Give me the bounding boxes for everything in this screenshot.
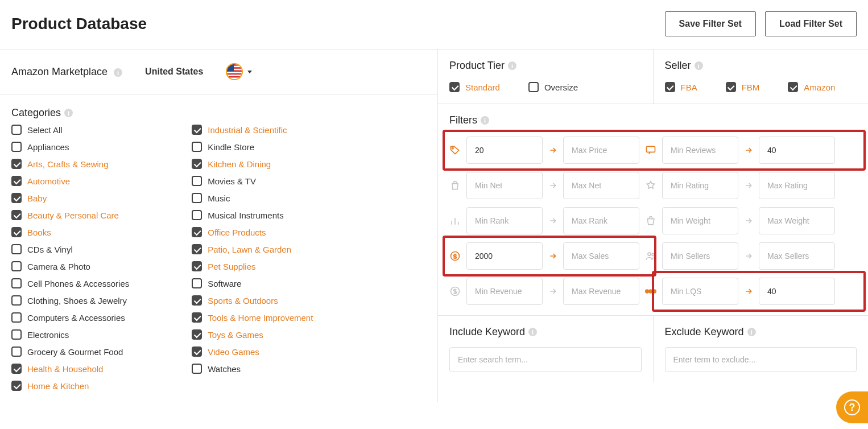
filter-max-input[interactable] — [563, 242, 639, 270]
category-checkbox[interactable]: Pet Supplies — [192, 261, 313, 271]
category-checkbox[interactable]: Music — [192, 193, 313, 203]
category-checkbox[interactable]: FBA — [665, 82, 697, 92]
checkbox-icon — [11, 346, 22, 357]
category-checkbox[interactable]: Appliances — [11, 142, 129, 152]
category-checkbox[interactable]: Kitchen & Dining — [192, 159, 313, 169]
checkbox-icon — [192, 346, 202, 357]
category-checkbox[interactable]: Clothing, Shoes & Jewelry — [11, 295, 129, 306]
info-icon[interactable]: i — [747, 328, 756, 336]
info-icon[interactable]: i — [695, 61, 703, 70]
category-checkbox[interactable]: Industrial & Scientific — [192, 125, 313, 135]
category-checkbox[interactable]: Beauty & Personal Care — [11, 210, 129, 220]
category-checkbox[interactable]: Grocery & Gourmet Food — [11, 346, 129, 357]
checkbox-label: Health & Household — [27, 364, 103, 374]
filter-min-input[interactable] — [466, 137, 543, 164]
svg-point-10 — [648, 253, 651, 255]
category-checkbox[interactable]: Amazon — [788, 82, 835, 92]
category-checkbox[interactable]: Select All — [11, 125, 129, 135]
checkbox-label: Baby — [27, 193, 47, 203]
checkbox-label: Automotive — [27, 176, 70, 186]
category-checkbox[interactable]: Computers & Accessories — [11, 312, 129, 323]
filters-header: Filters i — [449, 114, 857, 126]
category-checkbox[interactable]: Books — [11, 227, 129, 237]
load-filter-button[interactable]: Load Filter Set — [765, 11, 857, 36]
checkbox-label: Clothing, Shoes & Jewelry — [27, 296, 127, 306]
checkbox-icon — [192, 176, 202, 186]
category-checkbox[interactable]: Software — [192, 278, 313, 288]
category-checkbox[interactable]: Baby — [11, 193, 129, 203]
checkbox-label: Grocery & Gourmet Food — [27, 347, 123, 357]
bag-icon — [449, 180, 461, 191]
filter-max-input[interactable] — [563, 207, 639, 234]
filter-min-input[interactable] — [662, 172, 738, 199]
filter-min-input[interactable] — [466, 172, 543, 199]
category-checkbox[interactable]: Watches — [192, 364, 313, 374]
category-checkbox[interactable]: Movies & TV — [192, 176, 313, 186]
checkbox-icon — [192, 142, 202, 152]
info-icon[interactable]: i — [528, 328, 537, 336]
seller-header: Seller i — [665, 60, 857, 72]
category-checkbox[interactable]: Video Games — [192, 346, 313, 357]
filter-min-input[interactable] — [662, 278, 738, 305]
filter-max-input[interactable] — [563, 137, 639, 164]
filter-min-input[interactable] — [662, 242, 738, 270]
category-checkbox[interactable]: Arts, Crafts & Sewing — [11, 159, 129, 169]
category-checkbox[interactable]: CDs & Vinyl — [11, 244, 129, 254]
category-checkbox[interactable]: Standard — [449, 82, 500, 92]
category-checkbox[interactable]: Electronics — [11, 329, 129, 340]
checkbox-label: Computers & Accessories — [27, 313, 125, 323]
category-checkbox[interactable]: Musical Instruments — [192, 210, 313, 220]
category-checkbox[interactable]: Tools & Home Improvement — [192, 312, 313, 323]
filter-max-input[interactable] — [563, 278, 639, 305]
filter-min-input[interactable] — [466, 207, 543, 234]
category-checkbox[interactable]: Cell Phones & Accessories — [11, 278, 129, 288]
checkbox-icon — [192, 227, 202, 237]
checkbox-label: Appliances — [27, 142, 69, 152]
svg-point-15 — [652, 289, 656, 293]
save-filter-button[interactable]: Save Filter Set — [665, 11, 756, 36]
filter-min-input[interactable] — [662, 207, 738, 234]
country-selector[interactable] — [226, 63, 252, 80]
category-checkbox[interactable]: Home & Kitchen — [11, 381, 129, 391]
category-checkbox[interactable]: FBM — [726, 82, 760, 92]
info-icon[interactable]: i — [508, 61, 516, 70]
checkbox-icon — [11, 295, 22, 306]
info-icon[interactable]: i — [114, 68, 122, 77]
svg-rect-4 — [227, 73, 242, 75]
dollar-icon — [449, 250, 461, 262]
product-tier-header: Product Tier i — [449, 60, 642, 72]
arrow-right-icon — [744, 146, 753, 155]
category-checkbox[interactable]: Automotive — [11, 176, 129, 186]
info-icon[interactable]: i — [64, 109, 73, 117]
exclude-keyword-input[interactable] — [665, 347, 857, 372]
checkbox-label: Software — [208, 279, 241, 288]
filter-max-input[interactable] — [759, 242, 835, 270]
filter-max-input[interactable] — [759, 137, 835, 164]
checkbox-label: Industrial & Scientific — [208, 125, 287, 135]
checkbox-label: Movies & TV — [208, 176, 256, 186]
category-checkbox[interactable]: Health & Household — [11, 364, 129, 374]
category-checkbox[interactable]: Sports & Outdoors — [192, 295, 313, 306]
filter-max-input[interactable] — [563, 172, 639, 199]
filter-max-input[interactable] — [759, 278, 835, 305]
category-checkbox[interactable]: Toys & Games — [192, 329, 313, 340]
category-checkbox[interactable]: Patio, Lawn & Garden — [192, 244, 313, 254]
lqs-icon — [645, 286, 656, 297]
svg-point-7 — [452, 147, 454, 149]
filter-max-input[interactable] — [759, 172, 835, 199]
category-checkbox[interactable]: Office Products — [192, 227, 313, 237]
info-icon[interactable]: i — [481, 116, 489, 125]
category-checkbox[interactable]: Kindle Store — [192, 142, 313, 152]
filter-min-input[interactable] — [466, 242, 543, 270]
filter-min-input[interactable] — [662, 137, 738, 164]
checkbox-label: CDs & Vinyl — [27, 245, 73, 254]
filter-min-input[interactable] — [466, 278, 543, 305]
filter-row — [449, 242, 857, 270]
checkbox-icon — [192, 261, 202, 271]
filter-max-input[interactable] — [759, 207, 835, 234]
checkbox-icon — [11, 210, 22, 220]
checkbox-icon — [788, 82, 798, 92]
category-checkbox[interactable]: Camera & Photo — [11, 261, 129, 271]
category-checkbox[interactable]: Oversize — [528, 82, 578, 92]
include-keyword-input[interactable] — [449, 347, 642, 372]
